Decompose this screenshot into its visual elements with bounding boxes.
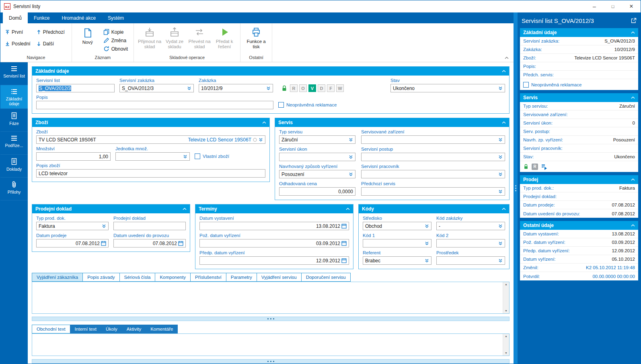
calendar-icon[interactable] bbox=[341, 241, 347, 246]
sales-doc-input[interactable] bbox=[113, 222, 186, 230]
ribbon-collapse-button[interactable] bbox=[505, 54, 509, 60]
transfer-to-stock-button[interactable]: Převést na sklad bbox=[187, 24, 212, 49]
previous-service-select[interactable] bbox=[361, 187, 505, 196]
sidebar-item-zakladni-udaje[interactable]: Základní údaje bbox=[0, 85, 28, 109]
own-goods-checkbox[interactable]: Vlastní zboží bbox=[195, 153, 229, 159]
description-input[interactable] bbox=[36, 101, 273, 109]
next-record-button[interactable]: Další bbox=[35, 39, 68, 49]
dropdown-icon[interactable] bbox=[425, 241, 429, 245]
dropdown-icon[interactable] bbox=[498, 241, 503, 245]
service-order-select[interactable]: S_OVA/2012/3 bbox=[119, 84, 194, 92]
issue-date-input[interactable]: 13.08.2012 bbox=[199, 222, 349, 230]
tab-popis-zavady[interactable]: Popis závady bbox=[82, 273, 119, 282]
tab-komponenty[interactable]: Komponenty bbox=[155, 273, 191, 282]
dropdown-icon[interactable] bbox=[349, 155, 353, 159]
calendar-icon[interactable] bbox=[178, 241, 183, 246]
state-select[interactable]: Ukončeno bbox=[390, 84, 505, 92]
expected-date-input[interactable]: 12.09.2012 bbox=[199, 256, 349, 265]
collapse-section-icon[interactable] bbox=[631, 31, 635, 34]
serviced-device-select[interactable] bbox=[361, 135, 505, 144]
last-record-button[interactable]: Poslední bbox=[4, 39, 34, 49]
estimated-price-input[interactable]: 0,0000 bbox=[279, 187, 355, 196]
dropdown-icon[interactable] bbox=[498, 172, 503, 176]
dropdown-icon[interactable] bbox=[498, 258, 503, 263]
dropdown-icon[interactable] bbox=[498, 224, 503, 228]
new-record-button[interactable]: Nový bbox=[75, 25, 100, 45]
collapse-panel-icon[interactable] bbox=[502, 208, 506, 210]
tab-prislusenstvi[interactable]: Příslušenství bbox=[190, 273, 226, 282]
collapse-panel-icon[interactable] bbox=[502, 70, 506, 72]
code1-select[interactable] bbox=[363, 239, 431, 247]
dropdown-icon[interactable] bbox=[266, 86, 271, 90]
horizontal-splitter[interactable] bbox=[32, 317, 510, 321]
ribbon-tab-domu[interactable]: Domů bbox=[3, 12, 28, 23]
sale-date-input[interactable]: 07.08.2012 bbox=[36, 239, 109, 247]
goods-input[interactable]: TV LCD SENCOR 19S06T Televize LCD Sencor… bbox=[36, 135, 265, 144]
open-external-icon[interactable] bbox=[631, 18, 637, 24]
handover-to-solution-button[interactable]: Předat k řešení bbox=[212, 24, 237, 49]
goods-description-input[interactable]: LCD televizor bbox=[36, 169, 265, 178]
sidebar-item-servisni-list[interactable]: Servisní list bbox=[0, 62, 28, 85]
scrollbar[interactable]: ▲ ▼ bbox=[503, 334, 509, 356]
tab-obchodni-text[interactable]: Obchodní text bbox=[32, 325, 70, 333]
change-record-button[interactable]: Změna bbox=[103, 37, 130, 43]
dropdown-icon[interactable] bbox=[183, 154, 187, 159]
order-select[interactable]: 10/2012/9 bbox=[199, 84, 273, 92]
receive-to-stock-button[interactable]: Přijmout na sklad bbox=[137, 24, 162, 49]
dropdown-icon[interactable] bbox=[349, 172, 353, 176]
order-code-select[interactable]: - bbox=[436, 222, 505, 230]
collapse-section-icon[interactable] bbox=[631, 224, 635, 227]
tab-doporuceni-servisu[interactable]: Doporučení servisu bbox=[301, 273, 351, 282]
goods-name-link[interactable]: Televize LCD Sencor 19S06T bbox=[188, 137, 251, 143]
collapse-panel-icon[interactable] bbox=[262, 121, 266, 124]
issue-from-stock-button[interactable]: Vydat ze skladu bbox=[162, 24, 187, 49]
resource-select[interactable] bbox=[436, 256, 505, 265]
service-worker-select[interactable] bbox=[361, 170, 505, 178]
service-procedure-select[interactable] bbox=[361, 153, 505, 161]
claim-checkbox[interactable]: Neoprávněná reklamace bbox=[278, 102, 337, 108]
ribbon-tab-system[interactable]: Systém bbox=[102, 12, 130, 23]
service-task-select[interactable] bbox=[279, 153, 355, 161]
referent-select[interactable]: Brabec bbox=[363, 256, 431, 265]
maximize-button[interactable]: □ bbox=[604, 0, 622, 12]
calendar-icon[interactable] bbox=[341, 223, 347, 229]
required-date-input[interactable]: 03.09.2012 bbox=[199, 239, 349, 247]
vertical-splitter[interactable] bbox=[514, 12, 518, 364]
quantity-input[interactable]: 1,00 bbox=[36, 152, 111, 161]
dropdown-icon[interactable] bbox=[102, 224, 106, 228]
dropdown-icon[interactable] bbox=[498, 189, 503, 194]
tab-komentare[interactable]: Komentáře bbox=[146, 325, 178, 333]
dropdown-icon[interactable] bbox=[349, 137, 353, 142]
tab-parametry[interactable]: Parametry bbox=[226, 273, 257, 282]
scrollbar[interactable]: ▲ ▼ bbox=[503, 282, 509, 313]
minimize-button[interactable]: – bbox=[585, 0, 604, 12]
sidebar-item-prilohy[interactable]: Přílohy bbox=[0, 178, 28, 200]
business-text-textarea[interactable]: ▲ ▼ bbox=[32, 333, 510, 356]
dropdown-icon[interactable] bbox=[498, 86, 503, 90]
commissioning-date-input[interactable]: 07.08.2012 bbox=[113, 239, 186, 247]
collapse-section-icon[interactable] bbox=[631, 178, 635, 181]
bottom-splitter[interactable] bbox=[32, 359, 510, 364]
tab-vyjadreni-servisu[interactable]: Vyjádření servisu bbox=[257, 273, 302, 282]
dropdown-icon[interactable] bbox=[259, 137, 263, 142]
sidebar-item-podrizene[interactable]: Podříze... bbox=[0, 132, 28, 155]
collapse-panel-icon[interactable] bbox=[346, 208, 350, 210]
center-select[interactable]: Obchod bbox=[363, 222, 431, 230]
tab-aktivity[interactable]: Aktivity bbox=[122, 325, 146, 333]
previous-record-button[interactable]: Předchozí bbox=[35, 27, 68, 37]
dropdown-icon[interactable] bbox=[498, 155, 503, 159]
resolution-select[interactable]: Posouzení bbox=[279, 170, 355, 178]
dropdown-icon[interactable] bbox=[425, 258, 429, 263]
sidebar-item-faze[interactable]: Fáze bbox=[0, 109, 28, 132]
scroll-down-icon[interactable]: ▼ bbox=[505, 352, 507, 355]
doc-type-select[interactable]: Faktura bbox=[36, 222, 109, 230]
scroll-down-icon[interactable]: ▼ bbox=[505, 309, 507, 313]
collapse-section-icon[interactable] bbox=[631, 96, 635, 99]
calendar-icon[interactable] bbox=[341, 258, 347, 263]
first-record-button[interactable]: První bbox=[4, 27, 34, 37]
sidebar-item-doklady[interactable]: Doklady bbox=[0, 155, 28, 178]
collapse-panel-icon[interactable] bbox=[183, 208, 187, 210]
tab-seriova-cisla[interactable]: Sériová čísla bbox=[119, 273, 156, 282]
tab-vyjadreni-zakaznika[interactable]: Vyjádření zákazníka bbox=[32, 273, 83, 282]
tab-interni-text[interactable]: Interní text bbox=[70, 325, 101, 333]
